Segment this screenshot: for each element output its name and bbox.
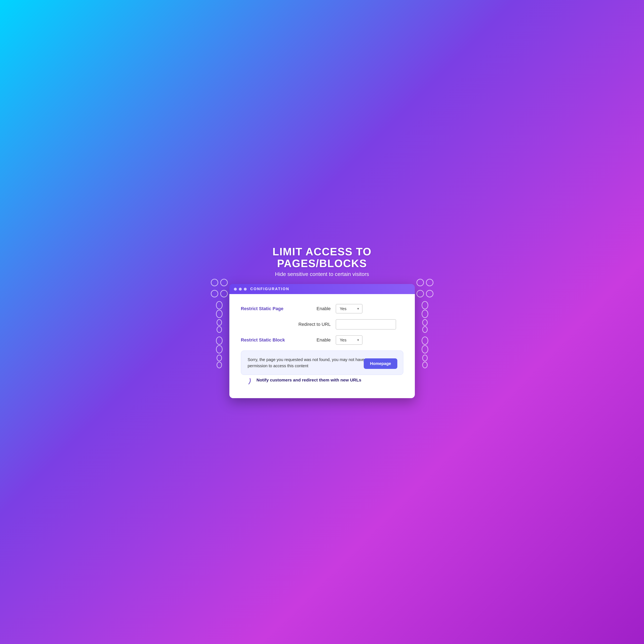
notification-message: Sorry, the page you requested was not fo… [248, 357, 371, 369]
titlebar-label: CONFIGURATION [250, 287, 290, 291]
window-dot-1 [234, 288, 237, 291]
left-decorations [211, 279, 228, 368]
homepage-button[interactable]: Homepage [364, 358, 397, 369]
enable-select-2[interactable]: Yes No [336, 335, 362, 345]
restrict-static-block-row: Restrict Static Block Enable Yes No ▼ [241, 335, 403, 345]
header-section: LIMIT ACCESS TO PAGES/BLOCKS Hide sensit… [229, 246, 415, 277]
sub-title: Hide sensitive content to certain visito… [229, 271, 415, 277]
annotation-text: Notify customers and redirect them with … [257, 377, 361, 383]
page-wrapper: LIMIT ACCESS TO PAGES/BLOCKS Hide sensit… [229, 246, 415, 398]
enable-label-2: Enable [294, 337, 336, 343]
browser-titlebar: CONFIGURATION [229, 284, 415, 294]
window-dot-2 [239, 288, 242, 291]
notification-box: Sorry, the page you requested was not fo… [241, 351, 403, 375]
window-dot-3 [244, 288, 247, 291]
redirect-url-label: Redirect to URL [294, 322, 336, 327]
svg-marker-0 [248, 384, 249, 385]
browser-window: CONFIGURATION Restrict Static Page Enabl… [229, 284, 415, 398]
restrict-static-block-label: Restrict Static Block [241, 337, 294, 343]
browser-body: Restrict Static Page Enable Yes No ▼ Red… [229, 294, 415, 398]
enable-label-1: Enable [294, 306, 336, 311]
annotation-area: Notify customers and redirect them with … [247, 377, 403, 387]
enable-select-1[interactable]: Yes No [336, 304, 362, 313]
enable-select-wrapper-2[interactable]: Yes No ▼ [336, 335, 362, 345]
annotation-arrow-icon [246, 377, 256, 388]
enable-select-wrapper-1[interactable]: Yes No ▼ [336, 304, 362, 313]
redirect-url-row: Redirect to URL [241, 319, 403, 330]
redirect-url-input[interactable] [336, 319, 396, 330]
main-title: LIMIT ACCESS TO PAGES/BLOCKS [229, 246, 415, 269]
restrict-static-page-label: Restrict Static Page [241, 306, 294, 311]
right-decorations [416, 279, 433, 368]
restrict-static-page-row: Restrict Static Page Enable Yes No ▼ [241, 304, 403, 313]
